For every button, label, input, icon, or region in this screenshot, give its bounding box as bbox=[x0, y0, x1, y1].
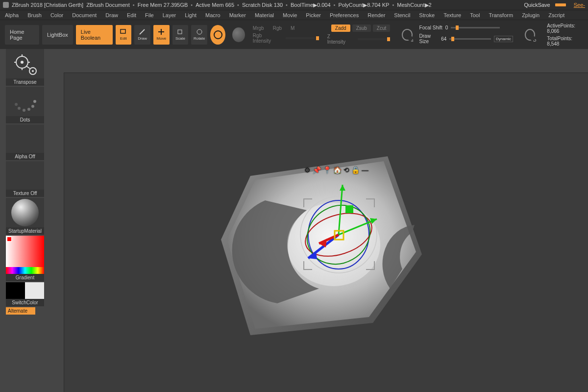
zsub-toggle[interactable]: Zsub bbox=[352, 24, 371, 32]
menu-preferences[interactable]: Preferences bbox=[330, 12, 359, 18]
gizmo-settings-icon[interactable]: ⚙ bbox=[304, 166, 311, 174]
menu-movie[interactable]: Movie bbox=[283, 12, 297, 18]
gradient-label[interactable]: Gradient bbox=[6, 274, 44, 281]
m-toggle[interactable]: M bbox=[291, 25, 294, 31]
gizmo-lock-icon[interactable]: 🔒 bbox=[351, 166, 360, 174]
gizmo-3d[interactable] bbox=[290, 176, 388, 284]
menu-render[interactable]: Render bbox=[368, 12, 385, 18]
focal-shift-label: Focal Shift bbox=[419, 25, 442, 30]
rotate-mode-button[interactable]: Rotate bbox=[191, 25, 207, 45]
dynamic-toggle[interactable]: Dynamic bbox=[494, 36, 513, 42]
gizmo-reset-icon[interactable]: ⟲ bbox=[343, 166, 349, 174]
menu-draw[interactable]: Draw bbox=[105, 12, 118, 18]
menu-stencil[interactable]: Stencil bbox=[394, 12, 410, 18]
home-page-button[interactable]: Home Page bbox=[5, 25, 39, 45]
material-slot[interactable]: StartupMaterial bbox=[6, 198, 44, 235]
total-points-value: 8,548 bbox=[547, 41, 559, 47]
menu-material[interactable]: Material bbox=[255, 12, 274, 18]
menu-texture[interactable]: Texture bbox=[443, 12, 461, 18]
menu-light[interactable]: Light bbox=[185, 12, 196, 18]
svg-point-2 bbox=[197, 29, 202, 34]
menu-brush[interactable]: Brush bbox=[27, 12, 42, 18]
z-intensity-slider[interactable] bbox=[358, 38, 391, 40]
mrgb-toggle[interactable]: Mrgb bbox=[253, 25, 264, 31]
menu-file[interactable]: File bbox=[145, 12, 154, 18]
rgb-toggle[interactable]: Rgb bbox=[273, 25, 282, 31]
menu-document[interactable]: Document bbox=[72, 12, 97, 18]
alternate-button[interactable]: Alternate bbox=[6, 307, 35, 315]
gizmo-marker-icon[interactable]: 📍 bbox=[323, 166, 331, 174]
menu-stroke[interactable]: Stroke bbox=[419, 12, 435, 18]
alpha-slot[interactable]: Alpha Off bbox=[6, 124, 44, 160]
draw-size-value: 64 bbox=[441, 36, 446, 42]
focal-shift-slider[interactable] bbox=[451, 27, 500, 28]
gizmo-collapse-icon[interactable]: — bbox=[362, 166, 368, 174]
stroke-label: Dots bbox=[6, 116, 44, 123]
menu-tool[interactable]: Tool bbox=[470, 12, 480, 18]
menu-layer[interactable]: Layer bbox=[163, 12, 176, 18]
gizmo-toolbar: ⚙ 📌 📍 🏠 ⟲ 🔒 — bbox=[304, 166, 368, 174]
svg-rect-19 bbox=[345, 205, 353, 213]
menu-macro[interactable]: Macro bbox=[205, 12, 220, 18]
d-dial[interactable]: D bbox=[525, 29, 535, 41]
menu-transform[interactable]: Transform bbox=[489, 12, 513, 18]
gizmo-toggle-button[interactable] bbox=[210, 25, 225, 45]
point-stats: ActivePoints: 8,066 TotalPoints: 8,548 bbox=[547, 23, 583, 47]
quicksave-button[interactable]: QuickSave bbox=[524, 2, 550, 8]
menu-picker[interactable]: Picker bbox=[306, 12, 321, 18]
svg-rect-0 bbox=[121, 29, 125, 33]
poly-count: PolyCount▶8.704 KP bbox=[338, 2, 389, 8]
edit-mode-button[interactable]: Edit bbox=[116, 25, 132, 45]
move-icon bbox=[157, 28, 165, 35]
secondary-color-swatch[interactable] bbox=[25, 282, 44, 299]
color-picker-gradient[interactable] bbox=[6, 236, 44, 274]
gizmo-pin-icon[interactable]: 📌 bbox=[313, 166, 321, 174]
gizmo-home-icon[interactable]: 🏠 bbox=[333, 166, 342, 174]
viewport[interactable]: ⚙ 📌 📍 🏠 ⟲ 🔒 — bbox=[64, 73, 588, 392]
hue-strip[interactable] bbox=[6, 267, 44, 274]
menu-edit[interactable]: Edit bbox=[127, 12, 136, 18]
menu-marker[interactable]: Marker bbox=[229, 12, 246, 18]
switch-color-label[interactable]: SwitchColor bbox=[6, 299, 44, 306]
main-color-swatch[interactable] bbox=[6, 282, 25, 299]
rgb-intensity-slider[interactable] bbox=[286, 37, 315, 39]
draw-size-slider[interactable] bbox=[449, 38, 491, 40]
rgb-group: Mrgb Rgb M Rgb Intensity bbox=[253, 25, 315, 44]
material-ball-icon bbox=[11, 199, 39, 226]
gizmo-icon bbox=[214, 30, 222, 39]
scratch-disk: Scratch Disk 130 bbox=[242, 2, 283, 8]
color-swatch-icon bbox=[7, 237, 11, 241]
zcut-toggle[interactable]: Zcut bbox=[373, 24, 390, 32]
svg-rect-1 bbox=[178, 30, 182, 34]
menu-alpha[interactable]: Alpha bbox=[5, 12, 19, 18]
zadd-toggle[interactable]: Zadd bbox=[331, 24, 350, 32]
svg-point-10 bbox=[32, 70, 34, 72]
brush-slot[interactable]: Transpose bbox=[6, 49, 44, 86]
stroke-slot[interactable]: Dots bbox=[6, 87, 44, 123]
menu-zscript[interactable]: Zscript bbox=[548, 12, 564, 18]
menu-bar: Alpha Brush Color Document Draw Edit Fil… bbox=[0, 10, 588, 20]
see-through-toggle[interactable]: See- bbox=[574, 2, 585, 8]
scale-mode-button[interactable]: Scale bbox=[172, 25, 189, 45]
lightbox-button[interactable]: LightBox bbox=[42, 25, 73, 45]
scale-icon bbox=[176, 28, 184, 35]
texture-label: Texture Off bbox=[6, 190, 44, 197]
move-mode-button[interactable]: Move bbox=[153, 25, 170, 45]
live-boolean-button[interactable]: Live Boolean bbox=[76, 25, 113, 45]
switch-color-slot[interactable]: SwitchColor bbox=[6, 282, 44, 306]
color-picker[interactable]: Gradient bbox=[6, 236, 44, 281]
s-dial[interactable]: S bbox=[402, 29, 412, 41]
active-mem: Active Mem 665 bbox=[196, 2, 234, 8]
menu-color[interactable]: Color bbox=[50, 12, 63, 18]
svg-line-11 bbox=[26, 66, 30, 69]
quicksave-progress bbox=[555, 3, 566, 6]
texture-slot[interactable]: Texture Off bbox=[6, 161, 44, 197]
draw-mode-button[interactable]: Draw bbox=[134, 25, 150, 45]
app-title: ZBrush 2018 [Christian Gerth] bbox=[12, 2, 83, 8]
brush-preview-icon[interactable] bbox=[232, 27, 245, 42]
main-toolbar: Home Page LightBox Live Boolean Edit Dra… bbox=[0, 20, 588, 49]
menu-zplugin[interactable]: Zplugin bbox=[522, 12, 539, 18]
focal-shift-value: 0 bbox=[445, 25, 448, 30]
switch-color-swatches[interactable] bbox=[6, 282, 44, 299]
rgb-intensity-label: Rgb Intensity bbox=[253, 33, 277, 44]
